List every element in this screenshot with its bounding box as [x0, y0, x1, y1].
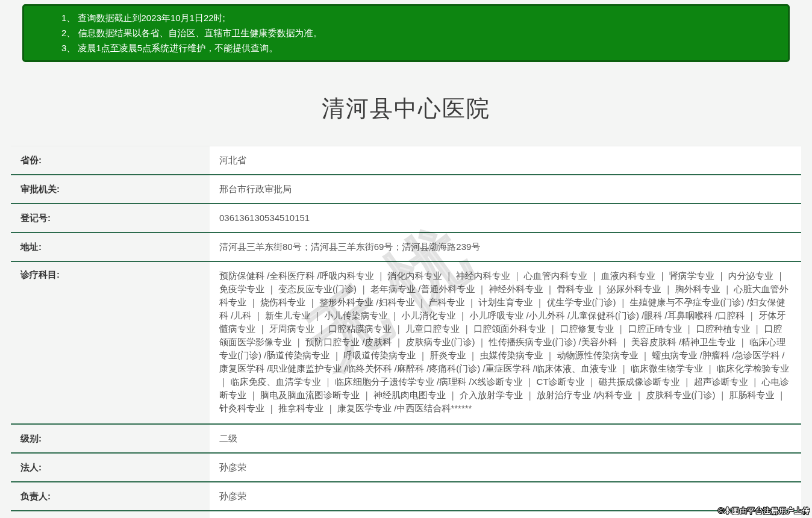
row-value: 2015/7/2 -至- 2030/7/1 — [210, 511, 801, 518]
notice-box: 1、 查询数据截止到2023年10月1日22时; 2、 信息数据结果以各省、自治… — [22, 4, 790, 62]
hospital-info-table: 省份: 河北省 审批机关: 邢台市行政审批局 登记号: 036136130534… — [11, 146, 801, 518]
row-label: 省份: — [11, 146, 210, 174]
table-row-medical-departments: 诊疗科目: 预防保健科 /全科医疗科 /呼吸内科专业 ｜ 消化内科专业 ｜ 神经… — [11, 262, 801, 425]
row-value: 036136130534510151 — [210, 204, 801, 232]
table-row-address: 地址: 清河县三羊东街80号；清河县三羊东街69号；清河县渤海路239号 — [11, 233, 801, 262]
notice-line-2: 2、 信息数据结果以各省、自治区、直辖市卫生健康委数据为准。 — [61, 25, 776, 40]
row-value: 清河县三羊东街80号；清河县三羊东街69号；清河县渤海路239号 — [210, 233, 801, 261]
row-value: 河北省 — [210, 146, 801, 174]
row-label: 登记号: — [11, 204, 210, 232]
table-row-person-in-charge: 负责人: 孙彦荣 — [11, 482, 801, 511]
notice-line-1: 1、 查询数据截止到2023年10月1日22时; — [61, 10, 776, 25]
table-row-legal-person: 法人: 孙彦荣 — [11, 454, 801, 482]
row-value: 预防保健科 /全科医疗科 /呼吸内科专业 ｜ 消化内科专业 ｜ 神经内科专业 ｜… — [210, 262, 801, 423]
row-value: 孙彦荣 — [210, 454, 801, 481]
row-label: 地址: — [11, 233, 210, 261]
row-value: 邢台市行政审批局 — [210, 175, 801, 203]
notice-line-3: 3、 凌晨1点至凌晨5点系统进行维护，不能提供查询。 — [61, 40, 776, 55]
row-value: 孙彦荣 — [210, 482, 801, 510]
page-title: 清河县中心医院 — [0, 93, 812, 124]
table-row-registration-number: 登记号: 036136130534510151 — [11, 204, 801, 233]
image-credit-watermark: ©本图由平台注册用户上传 — [718, 506, 810, 516]
row-label: 法人: — [11, 454, 210, 481]
table-row-license-validity: 执业许可证有效期: 2015/7/2 -至- 2030/7/1 — [11, 511, 801, 518]
row-label: 审批机关: — [11, 175, 210, 203]
table-row-province: 省份: 河北省 — [11, 146, 801, 175]
row-value: 二级 — [210, 425, 801, 452]
row-label: 级别: — [11, 425, 210, 452]
table-row-level: 级别: 二级 — [11, 425, 801, 454]
table-row-approval-authority: 审批机关: 邢台市行政审批局 — [11, 175, 801, 204]
row-label: 执业许可证有效期: — [11, 511, 210, 518]
row-label: 负责人: — [11, 482, 210, 510]
row-label: 诊疗科目: — [11, 262, 210, 423]
